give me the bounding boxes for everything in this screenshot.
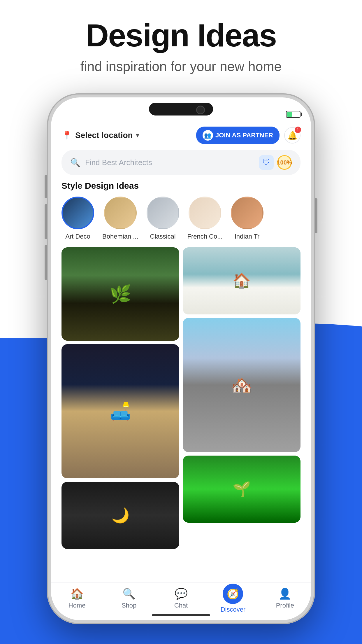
- nav-profile-label: Profile: [276, 602, 294, 609]
- nav-item-discover[interactable]: 🧭 Discover: [207, 584, 259, 613]
- nav-item-profile[interactable]: 👤 Profile: [259, 588, 311, 609]
- phone-wrapper: 📍 Select location ▾ 👥 JOIN AS PARTNER 🔔 …: [47, 93, 315, 624]
- hero-title: Design Ideas: [0, 18, 362, 53]
- location-text: Select location: [75, 131, 133, 140]
- house-exterior-image: [183, 318, 301, 452]
- notification-badge: 1: [295, 127, 301, 133]
- nav-shop-label: Shop: [122, 602, 136, 609]
- style-item-french[interactable]: French Co...: [187, 197, 223, 240]
- phone-volume-down-button[interactable]: [45, 245, 47, 280]
- status-icons: [286, 111, 301, 118]
- search-placeholder: Find Best Architects: [85, 158, 254, 167]
- location-selector[interactable]: 📍 Select location ▾: [61, 130, 139, 141]
- phone-power-button[interactable]: [315, 198, 317, 233]
- style-label-bohemian: Bohemian ...: [102, 233, 138, 240]
- style-label-indian: Indian Tr: [235, 233, 260, 240]
- style-circles-container: Art Deco Bohemian ... Classical French C…: [51, 197, 311, 247]
- shield-badge: 🛡: [259, 155, 274, 170]
- search-badges: 🛡 100%: [259, 155, 292, 170]
- search-bar[interactable]: 🔍 Find Best Architects 🛡 100%: [61, 150, 301, 175]
- hero-subtitle: find inspiration for your new home: [0, 59, 362, 74]
- image-card-house[interactable]: [183, 318, 301, 452]
- hero-section: Design Ideas find inspiration for your n…: [0, 18, 362, 74]
- garden-image: [61, 247, 179, 341]
- chevron-down-icon: ▾: [136, 132, 139, 139]
- style-circle-indian: [231, 197, 263, 229]
- style-item-bohemian[interactable]: Bohemian ...: [102, 197, 138, 240]
- image-card-living[interactable]: [61, 344, 179, 478]
- image-grid: [51, 247, 311, 549]
- green-space-image: [183, 456, 301, 523]
- living-room-image: [61, 344, 179, 478]
- image-card-kitchen[interactable]: [183, 247, 301, 314]
- image-card-dark[interactable]: [61, 482, 179, 549]
- notification-button[interactable]: 🔔 1: [284, 127, 301, 144]
- phone-mute-button[interactable]: [45, 175, 47, 198]
- dark-interior-image: [61, 482, 179, 549]
- shop-icon: 🔍: [122, 588, 136, 600]
- style-item-indian[interactable]: Indian Tr: [231, 197, 263, 240]
- home-indicator: [152, 614, 210, 616]
- style-item-art-deco[interactable]: Art Deco: [61, 197, 94, 240]
- app-header: 📍 Select location ▾ 👥 JOIN AS PARTNER 🔔 …: [51, 121, 311, 147]
- image-card-green[interactable]: [183, 456, 301, 523]
- discover-circle: 🧭: [223, 584, 243, 604]
- style-circle-classical: [147, 197, 179, 229]
- styles-section-title: Style Design Ideas: [51, 181, 311, 197]
- style-item-classical[interactable]: Classical: [147, 197, 179, 240]
- style-circle-bohemian: [104, 197, 137, 229]
- battery-fill: [287, 112, 292, 117]
- join-partner-button[interactable]: 👥 JOIN AS PARTNER: [196, 127, 280, 144]
- phone-screen: 📍 Select location ▾ 👥 JOIN AS PARTNER 🔔 …: [51, 97, 311, 620]
- image-card-garden[interactable]: [61, 247, 179, 341]
- nav-item-chat[interactable]: 💬 Chat: [155, 588, 207, 609]
- location-pin-icon: 📍: [61, 130, 72, 141]
- home-icon: 🏠: [71, 588, 84, 600]
- search-icon: 🔍: [70, 158, 80, 167]
- image-grid-right: [183, 247, 301, 549]
- profile-icon: 👤: [278, 588, 291, 600]
- kitchen-image: [183, 247, 301, 314]
- partner-icon: 👥: [203, 130, 213, 141]
- discover-icon: 🧭: [227, 588, 239, 600]
- nav-chat-label: Chat: [174, 602, 188, 609]
- style-label-art-deco: Art Deco: [65, 233, 90, 240]
- battery-icon: [286, 111, 301, 118]
- phone-notch: [149, 103, 213, 116]
- chat-icon: 💬: [175, 588, 188, 600]
- style-circle-art-deco: [61, 197, 94, 229]
- image-grid-left: [61, 247, 179, 549]
- app-content: 📍 Select location ▾ 👥 JOIN AS PARTNER 🔔 …: [51, 121, 311, 620]
- nav-item-home[interactable]: 🏠 Home: [51, 588, 103, 609]
- style-circle-french: [189, 197, 221, 229]
- header-right: 👥 JOIN AS PARTNER 🔔 1: [196, 127, 301, 144]
- phone-frame: 📍 Select location ▾ 👥 JOIN AS PARTNER 🔔 …: [47, 93, 315, 624]
- nav-home-label: Home: [68, 602, 86, 609]
- phone-volume-up-button[interactable]: [45, 204, 47, 239]
- style-label-french: French Co...: [187, 233, 223, 240]
- nav-item-shop[interactable]: 🔍 Shop: [103, 588, 155, 609]
- join-partner-label: JOIN AS PARTNER: [215, 132, 273, 139]
- style-label-classical: Classical: [150, 233, 176, 240]
- certification-badge: 100%: [277, 155, 292, 170]
- nav-discover-label: Discover: [221, 606, 246, 613]
